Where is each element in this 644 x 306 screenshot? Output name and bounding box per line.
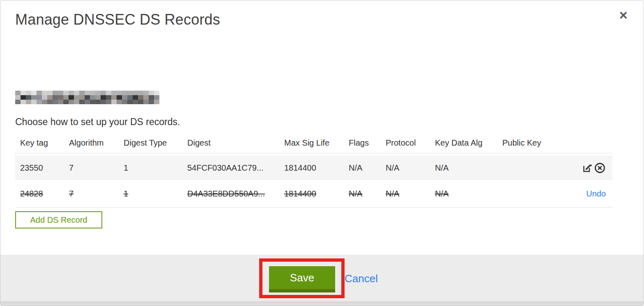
column-header-digest-type: Digest Type — [124, 138, 187, 148]
cell-algorithm: 7 — [69, 189, 124, 199]
table-header-row: Key tag Algorithm Digest Type Digest Max… — [15, 128, 612, 153]
ds-records-table: Key tag Algorithm Digest Type Digest Max… — [15, 128, 612, 208]
cell-digest: D4A33E8DD550A9... — [187, 189, 284, 199]
cell-digest-type: 1 — [124, 189, 187, 199]
column-header-digest: Digest — [187, 138, 284, 148]
dialog-header: Manage DNSSEC DS Records ✕ — [0, 0, 644, 28]
cell-digest: 54FCF030AA1C79... — [187, 163, 284, 173]
background-page-edge — [0, 301, 644, 306]
row-actions: Undo — [560, 189, 612, 199]
cell-max-sig-life: 1814400 — [284, 163, 349, 173]
instruction-text: Choose how to set up your DS records. — [15, 116, 629, 128]
add-ds-record-button[interactable]: Add DS Record — [15, 211, 102, 228]
cell-protocol: N/A — [386, 163, 435, 173]
close-icon[interactable]: ✕ — [617, 9, 630, 23]
cell-algorithm: 7 — [69, 163, 124, 173]
cell-key-data-alg: N/A — [435, 163, 502, 173]
edit-icon[interactable] — [582, 162, 593, 174]
cell-protocol: N/A — [386, 189, 435, 199]
delete-icon[interactable] — [594, 162, 606, 174]
page-title: Manage DNSSEC DS Records — [15, 11, 644, 28]
column-header-key-tag: Key tag — [20, 138, 69, 148]
column-header-algorithm: Algorithm — [69, 138, 124, 148]
column-header-flags: Flags — [349, 138, 386, 148]
column-header-protocol: Protocol — [386, 138, 435, 148]
dialog-body: Choose how to set up your DS records. Ke… — [0, 28, 644, 255]
cell-flags: N/A — [349, 189, 386, 199]
dialog-footer: Save Cancel — [0, 255, 644, 306]
cancel-link[interactable]: Cancel — [345, 272, 378, 285]
cell-key-tag: 23550 — [20, 163, 69, 173]
cell-max-sig-life: 1814400 — [284, 189, 349, 199]
cell-digest-type: 1 — [124, 163, 187, 173]
save-button[interactable]: Save — [269, 266, 335, 292]
column-header-key-data-alg: Key Data Alg — [435, 138, 502, 148]
cell-key-data-alg: N/A — [435, 189, 502, 199]
column-header-max-sig-life: Max Sig Life — [284, 138, 349, 148]
column-header-public-key: Public Key — [502, 138, 560, 148]
redacted-domain-name — [15, 91, 159, 104]
row-actions — [560, 162, 612, 174]
table-row: 23550 7 1 54FCF030AA1C79... 1814400 N/A … — [15, 155, 612, 180]
table-row-deleted: 24828 7 1 D4A33E8DD550A9... 1814400 N/A … — [15, 180, 612, 208]
cell-key-tag: 24828 — [20, 189, 69, 199]
undo-link[interactable]: Undo — [586, 189, 606, 199]
manage-dnssec-ds-records-dialog: Manage DNSSEC DS Records ✕ Choose how to… — [0, 0, 644, 306]
cell-flags: N/A — [349, 163, 386, 173]
